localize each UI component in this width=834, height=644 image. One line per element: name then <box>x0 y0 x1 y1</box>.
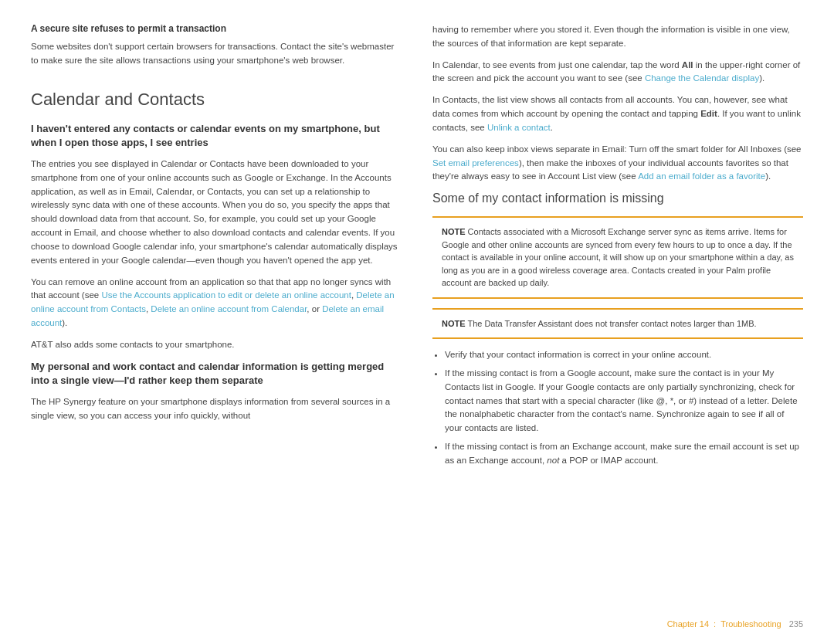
content-area: A secure site refuses to permit a transa… <box>31 23 803 613</box>
missing-contact-bullets: Verify that your contact information is … <box>432 348 803 468</box>
missing-contact-heading: Some of my contact information is missin… <box>432 192 803 205</box>
calendar-contacts-title: Calendar and Contacts <box>31 90 402 110</box>
page-container: A secure site refuses to permit a transa… <box>0 0 834 644</box>
merged-info-body: The HP Synergy feature on your smartphon… <box>31 395 402 423</box>
havent-entered-section: I haven't entered any contacts or calend… <box>31 122 402 360</box>
havent-entered-body1: The entries you see displayed in Calenda… <box>31 158 402 268</box>
note-box-2-content: NOTE The Data Transfer Assistant does no… <box>442 317 794 330</box>
footer-page: 235 <box>789 619 803 629</box>
secure-site-heading: A secure site refuses to permit a transa… <box>31 23 402 34</box>
continuation-body1: having to remember where you stored it. … <box>432 23 803 51</box>
secure-site-section: A secure site refuses to permit a transa… <box>31 23 402 76</box>
inbox-views-body: You can also keep inbox views separate i… <box>432 143 803 184</box>
bullet-2: If the missing contact is from a Google … <box>445 367 803 436</box>
delete-online-calendar-link[interactable]: Delete an online account from Calendar <box>151 304 307 314</box>
unlink-contact-link[interactable]: Unlink a contact <box>487 123 551 132</box>
merged-info-heading: My personal and work contact and calenda… <box>31 360 402 388</box>
havent-entered-body2: You can remove an online account from an… <box>31 276 402 330</box>
footer-divider: : <box>714 619 716 629</box>
change-calendar-display-link[interactable]: Change the Calendar display <box>645 73 759 83</box>
havent-entered-heading: I haven't entered any contacts or calend… <box>31 122 402 150</box>
note-text-2: The Data Transfer Assistant does not tra… <box>466 319 757 328</box>
footer-bar: Chapter 14 : Troubleshooting 235 <box>31 613 803 629</box>
accounts-app-link[interactable]: Use the Accounts application to edit or … <box>101 290 351 300</box>
note-text-1: Contacts associated with a Microsoft Exc… <box>442 227 794 287</box>
att-contacts-body: AT&T also adds some contacts to your sma… <box>31 338 402 352</box>
right-column: having to remember where you stored it. … <box>432 23 803 613</box>
left-column: A secure site refuses to permit a transa… <box>31 23 402 613</box>
footer-chapter: Chapter 14 <box>667 619 709 629</box>
note-box-1-content: NOTE Contacts associated with a Microsof… <box>442 225 794 290</box>
note-label-2: NOTE <box>442 319 466 328</box>
set-email-prefs-link[interactable]: Set email preferences <box>432 158 519 168</box>
contacts-edit-body: In Contacts, the list view shows all con… <box>432 93 803 134</box>
calendar-all-body: In Calendar, to see events from just one… <box>432 59 803 86</box>
note-box-1: NOTE Contacts associated with a Microsof… <box>432 216 803 299</box>
add-email-folder-link[interactable]: Add an email folder as a favorite <box>638 171 765 181</box>
note-label-1: NOTE <box>442 227 466 236</box>
merged-info-section: My personal and work contact and calenda… <box>31 360 402 431</box>
note-box-2: NOTE The Data Transfer Assistant does no… <box>432 308 803 340</box>
bullet-3: If the missing contact is from an Exchan… <box>445 440 803 468</box>
missing-contact-section: Some of my contact information is missin… <box>432 192 803 476</box>
footer-section: Troubleshooting <box>720 619 781 629</box>
bullet-1: Verify that your contact information is … <box>445 348 803 362</box>
secure-site-body: Some websites don't support certain brow… <box>31 40 402 68</box>
